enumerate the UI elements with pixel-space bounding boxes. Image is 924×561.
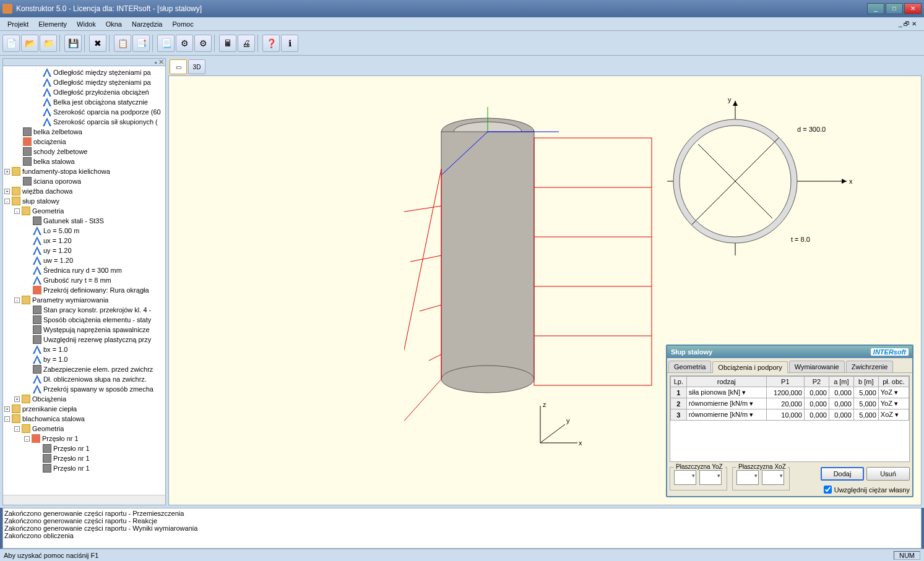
- svg-marker-24: [842, 179, 847, 184]
- new-icon[interactable]: 📄: [2, 35, 20, 52]
- self-weight-checkbox[interactable]: Uwzględnij ciężar własny: [824, 486, 910, 494]
- view-2d-button[interactable]: ▭: [170, 59, 187, 74]
- panel-title: Słup stalowy INTERsoft: [667, 346, 912, 358]
- folder-icon[interactable]: 📁: [40, 35, 57, 52]
- tree-item[interactable]: +Obciążenia: [4, 394, 164, 404]
- tree-item[interactable]: belka żelbetowa: [4, 127, 164, 137]
- tree-item[interactable]: uw = 1.20: [4, 255, 164, 265]
- project-tree-panel: ▪✕ Odległość między stężeniami paOdległo…: [2, 58, 166, 505]
- tree-item[interactable]: Sposób obciążenia elementu - staty: [4, 315, 164, 325]
- view-3d-button[interactable]: 3D: [188, 59, 205, 74]
- tree-item[interactable]: Przęsło nr 1: [4, 463, 164, 473]
- tree-item[interactable]: Belka jest obciążona statycznie: [4, 97, 164, 107]
- xoz-bottom-combo[interactable]: [762, 470, 784, 485]
- maximize-button[interactable]: □: [886, 3, 903, 14]
- app-icon: [2, 4, 12, 14]
- tree-item[interactable]: Występują naprężenia spawalnicze: [4, 325, 164, 335]
- pin-icon[interactable]: ▪: [155, 59, 157, 66]
- tree-item[interactable]: -Geometria: [4, 424, 164, 434]
- table-row[interactable]: 1siła pionowa [kN] ▾1200,0000,0000,0005,…: [671, 387, 909, 398]
- tree-item[interactable]: +przenikanie ciepła: [4, 404, 164, 414]
- tree-item[interactable]: by = 1.0: [4, 354, 164, 364]
- tree-item[interactable]: Gatunek stali - St3S: [4, 216, 164, 226]
- tree-item[interactable]: schody żelbetowe: [4, 147, 164, 156]
- tab-zwichrzenie[interactable]: Zwichrzenie: [846, 361, 894, 372]
- mdi-controls[interactable]: _ 🗗 ✕: [894, 20, 922, 27]
- tree-item[interactable]: -słup stalowy: [4, 196, 164, 206]
- yoz-top-combo[interactable]: [674, 470, 696, 485]
- tree-item[interactable]: -Geometria: [4, 206, 164, 216]
- horiz-scrollbar[interactable]: [3, 495, 165, 505]
- svg-line-21: [540, 424, 565, 443]
- svg-text:y: y: [728, 96, 732, 103]
- tree-item[interactable]: belka stalowa: [4, 156, 164, 166]
- tree-item[interactable]: Odległość między stężeniami pa: [4, 77, 164, 87]
- open-icon[interactable]: 📂: [21, 35, 38, 52]
- tree-item[interactable]: Grubość rury t = 8 mm: [4, 275, 164, 285]
- info-icon[interactable]: ℹ: [281, 35, 298, 52]
- delete-button[interactable]: Usuń: [866, 467, 910, 481]
- close-panel-icon[interactable]: ✕: [158, 58, 164, 66]
- title-bar: Konstruktor 5.0 - Licencja dla: INTERsof…: [0, 0, 924, 17]
- tree-item[interactable]: Dł. obliczeniowa słupa na zwichrz.: [4, 374, 164, 384]
- yoz-bottom-combo[interactable]: [699, 470, 722, 485]
- tree-item[interactable]: Uwzględnij rezerwę plastyczną przy: [4, 335, 164, 345]
- tree-item[interactable]: Przekrój spawany w sposób zmecha: [4, 384, 164, 394]
- tab-wymiarowanie[interactable]: Wymiarowanie: [789, 361, 845, 372]
- table-row[interactable]: 2równomierne [kN/m ▾20,0000,0000,0005,00…: [671, 398, 909, 409]
- workspace: ▪✕ Odległość między stężeniami paOdległo…: [0, 56, 924, 508]
- tree-item[interactable]: Odległość przyłożenia obciążeń: [4, 87, 164, 97]
- tree-item[interactable]: obciążenia: [4, 137, 164, 147]
- svg-marker-27: [733, 101, 738, 106]
- project-tree[interactable]: Odległość między stężeniami paOdległość …: [3, 66, 165, 495]
- print-icon[interactable]: 🖨: [238, 35, 255, 52]
- tree-item[interactable]: uy = 1.20: [4, 246, 164, 255]
- tree-item[interactable]: -Parametry wymiarowania: [4, 295, 164, 305]
- doc3-icon[interactable]: 📃: [157, 35, 175, 52]
- calc-icon[interactable]: 🖩: [219, 35, 236, 52]
- menu-narzedzia[interactable]: Narzędzia: [127, 20, 168, 28]
- loads-table[interactable]: Lp.rodzaj P1P2 a [m]b [m]pł. obc. 1siła …: [670, 375, 910, 462]
- tree-item[interactable]: Lo = 5.00 m: [4, 226, 164, 236]
- close-button[interactable]: ✕: [904, 3, 922, 14]
- minimize-button[interactable]: _: [867, 3, 884, 14]
- tab-geometria[interactable]: Geometria: [668, 361, 711, 372]
- doc2-icon[interactable]: 📑: [132, 35, 150, 52]
- menu-elementy[interactable]: Elementy: [33, 20, 72, 28]
- tree-item[interactable]: Przęsło nr 1: [4, 443, 164, 453]
- tree-item[interactable]: ściana oporowa: [4, 176, 164, 186]
- menu-projekt[interactable]: Projekt: [2, 20, 33, 28]
- gear2-icon[interactable]: ⚙: [194, 35, 212, 52]
- xoz-top-combo[interactable]: [736, 470, 759, 485]
- menu-okna[interactable]: Okna: [101, 20, 127, 28]
- tab-obciazenia[interactable]: Obciążenia i podpory: [712, 361, 787, 373]
- tree-item[interactable]: -blachownica stalowa: [4, 414, 164, 424]
- svg-line-16: [429, 354, 441, 361]
- menu-widok[interactable]: Widok: [72, 20, 101, 28]
- tree-item[interactable]: Stan pracy konstr. przekrojów kl. 4 -: [4, 305, 164, 315]
- tree-item[interactable]: Średnica rury d = 300 mm: [4, 265, 164, 275]
- svg-line-14: [410, 255, 441, 262]
- output-log[interactable]: Zakończono generowanie części raportu - …: [2, 508, 922, 549]
- tree-item[interactable]: ux = 1.20: [4, 236, 164, 246]
- menu-pomoc[interactable]: Pomoc: [168, 20, 199, 28]
- tree-item[interactable]: Przęsło nr 1: [4, 453, 164, 463]
- delete-icon[interactable]: ✖: [89, 35, 106, 52]
- log-line: Zakończono generowanie części raportu - …: [4, 525, 920, 532]
- add-button[interactable]: Dodaj: [821, 467, 864, 481]
- tree-item[interactable]: Przekrój definiowany: Rura okrągła: [4, 285, 164, 295]
- tree-item[interactable]: Szerokość oparcia sił skupionych (: [4, 117, 164, 127]
- doc1-icon[interactable]: 📋: [114, 35, 131, 52]
- tree-item[interactable]: Szerokość oparcia na podporze (60: [4, 107, 164, 117]
- save-icon[interactable]: 💾: [64, 35, 82, 52]
- tree-item[interactable]: +fundamenty-stopa kielichowa: [4, 166, 164, 176]
- tree-item[interactable]: Zabezpieczenie elem. przed zwichrz: [4, 364, 164, 374]
- help-icon[interactable]: ❓: [262, 35, 280, 52]
- tree-item[interactable]: bx = 1.0: [4, 345, 164, 354]
- drawing-canvas[interactable]: z x y x y d = 300.0 t = 8.0 Słup st: [168, 75, 922, 505]
- tree-item[interactable]: +więźba dachowa: [4, 186, 164, 196]
- tree-item[interactable]: Odległość między stężeniami pa: [4, 67, 164, 77]
- tree-item[interactable]: -Przęsło nr 1: [4, 434, 164, 443]
- table-row[interactable]: 3równomierne [kN/m ▾10,0000,0000,0005,00…: [671, 409, 909, 421]
- gear1-icon[interactable]: ⚙: [176, 35, 193, 52]
